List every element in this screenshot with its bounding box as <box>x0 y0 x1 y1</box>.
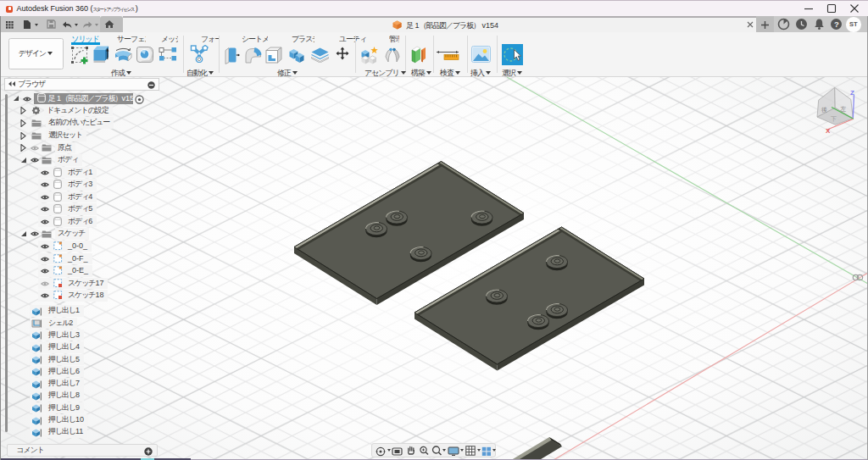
svg-text:X: X <box>826 127 831 135</box>
svg-text:下: 下 <box>831 116 837 122</box>
svg-text:左: 左 <box>840 106 846 112</box>
svg-text:後: 後 <box>821 107 827 113</box>
svg-text:Z: Z <box>850 89 854 97</box>
svg-text:?: ? <box>834 19 839 29</box>
